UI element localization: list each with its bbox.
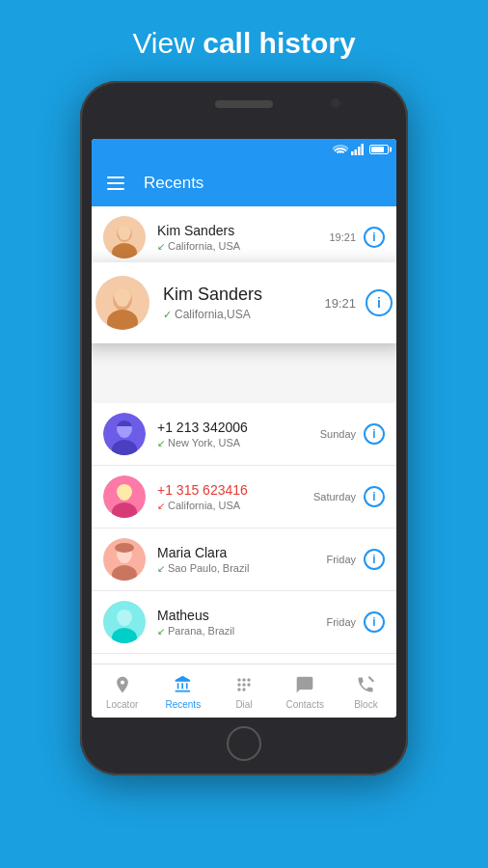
hero-title: View call history bbox=[132, 27, 355, 60]
avatar-maria-img bbox=[103, 538, 146, 581]
svg-point-36 bbox=[120, 620, 129, 626]
svg-rect-3 bbox=[362, 144, 365, 155]
contact-info-number2: +1 315 623416 California, USA bbox=[157, 482, 313, 511]
contact-time-kim: 19:21 bbox=[329, 231, 356, 243]
phone-camera bbox=[331, 98, 340, 108]
dial-icon bbox=[232, 673, 256, 696]
contact-list: Kim Sanders California, USA 19:21 i bbox=[92, 206, 396, 664]
contact-sub-matheus: Parana, Brazil bbox=[157, 625, 326, 637]
popup-info: Kim Sanders California,USA bbox=[163, 285, 324, 321]
phone-speaker bbox=[215, 100, 273, 108]
contact-info-maria: Maria Clara Sao Paulo, Brazil bbox=[157, 545, 326, 574]
contact-item-mary[interactable]: Mary New York, USA Sunday i bbox=[92, 654, 396, 664]
info-btn-number2[interactable]: i bbox=[364, 486, 385, 507]
svg-point-31 bbox=[120, 557, 129, 563]
contact-sub-maria: Sao Paulo, Brazil bbox=[157, 562, 326, 574]
popup-name: Kim Sanders bbox=[163, 285, 324, 305]
info-btn-kim[interactable]: i bbox=[364, 227, 385, 248]
contact-name-matheus: Matheus bbox=[157, 608, 326, 623]
nav-item-recents[interactable]: Recents bbox=[152, 667, 213, 716]
contact-item-maria[interactable]: Maria Clara Sao Paulo, Brazil Friday i bbox=[92, 529, 396, 591]
popup-avatar-img bbox=[95, 276, 149, 330]
nav-item-locator[interactable]: Locator bbox=[92, 667, 152, 716]
popup-avatar bbox=[95, 276, 149, 330]
contact-info-matheus: Matheus Parana, Brazil bbox=[157, 608, 326, 637]
contact-sub-kim: California, USA bbox=[157, 240, 329, 252]
contact-info-number1: +1 213 342006 New York, USA bbox=[157, 420, 320, 448]
hamburger-menu[interactable] bbox=[107, 176, 124, 190]
contact-time-number2: Saturday bbox=[313, 491, 356, 502]
svg-rect-0 bbox=[351, 151, 354, 155]
info-btn-number1[interactable]: i bbox=[364, 423, 385, 445]
contacts-icon bbox=[293, 673, 316, 696]
contact-info-kim: Kim Sanders California, USA bbox=[157, 223, 329, 252]
contact-sub-number2: California, USA bbox=[157, 500, 313, 511]
bottom-nav: Locator Recents bbox=[92, 664, 396, 718]
avatar-maria bbox=[103, 538, 146, 581]
popup-sub: California,USA bbox=[163, 308, 324, 321]
contact-time-maria: Friday bbox=[326, 554, 356, 565]
svg-point-23 bbox=[120, 432, 129, 438]
avatar-matheus bbox=[103, 601, 146, 643]
recents-icon bbox=[172, 673, 195, 696]
svg-point-8 bbox=[120, 234, 129, 240]
block-icon bbox=[354, 673, 377, 696]
avatar-number1 bbox=[103, 413, 146, 455]
status-bar bbox=[92, 139, 396, 160]
avatar-matheus-img bbox=[103, 601, 146, 643]
nav-label-block: Block bbox=[354, 699, 377, 710]
avatar-number1-img bbox=[103, 413, 146, 455]
wifi-icon bbox=[333, 144, 348, 155]
svg-rect-2 bbox=[358, 147, 361, 155]
contact-time-number1: Sunday bbox=[320, 428, 356, 440]
phone-body: Recents Kim S bbox=[80, 81, 408, 775]
contact-name-kim: Kim Sanders bbox=[157, 223, 329, 238]
info-btn-maria[interactable]: i bbox=[364, 549, 385, 570]
nav-item-block[interactable]: Block bbox=[336, 667, 396, 716]
phone-home-button[interactable] bbox=[227, 726, 261, 761]
nav-item-dial[interactable]: Dial bbox=[213, 667, 274, 716]
avatar-kim bbox=[103, 216, 146, 258]
nav-label-recents: Recents bbox=[165, 699, 201, 710]
contact-sub-number1: New York, USA bbox=[157, 437, 320, 448]
contact-item-number2[interactable]: +1 315 623416 California, USA Saturday i bbox=[92, 466, 396, 529]
info-btn-matheus[interactable]: i bbox=[364, 611, 385, 633]
popup-card: Kim Sanders California,USA 19:21 i bbox=[92, 262, 396, 343]
svg-rect-1 bbox=[355, 149, 358, 155]
contact-item-number1[interactable]: +1 213 342006 New York, USA Sunday i bbox=[92, 403, 396, 466]
avatar-kim-img bbox=[103, 216, 146, 258]
avatar-number2-img bbox=[103, 475, 146, 518]
nav-label-contacts: Contacts bbox=[285, 699, 323, 710]
popup-info-btn[interactable]: i bbox=[366, 289, 393, 316]
contact-name-number1: +1 213 342006 bbox=[157, 420, 320, 435]
contact-item-matheus[interactable]: Matheus Parana, Brazil Friday i bbox=[92, 591, 396, 654]
contact-time-matheus: Friday bbox=[326, 616, 356, 628]
status-icons bbox=[333, 144, 389, 155]
contact-name-number2: +1 315 623416 bbox=[157, 482, 313, 498]
phone-mockup: Recents Kim S bbox=[80, 81, 408, 775]
nav-label-locator: Locator bbox=[106, 699, 138, 710]
svg-point-32 bbox=[115, 543, 134, 553]
contact-name-maria: Maria Clara bbox=[157, 545, 326, 560]
locator-icon bbox=[111, 673, 134, 696]
signal-icon bbox=[351, 144, 365, 155]
contact-item-kim[interactable]: Kim Sanders California, USA 19:21 i bbox=[92, 206, 396, 269]
battery-icon bbox=[369, 145, 389, 154]
phone-screen: Recents Kim S bbox=[92, 139, 396, 718]
avatar-number2 bbox=[103, 475, 146, 518]
app-bar: Recents bbox=[92, 160, 396, 206]
nav-item-contacts[interactable]: Contacts bbox=[275, 667, 336, 716]
svg-point-27 bbox=[120, 495, 129, 501]
svg-point-19 bbox=[117, 299, 128, 307]
popup-time: 19:21 bbox=[324, 296, 356, 311]
app-bar-title: Recents bbox=[144, 174, 203, 193]
nav-label-dial: Dial bbox=[235, 699, 252, 710]
